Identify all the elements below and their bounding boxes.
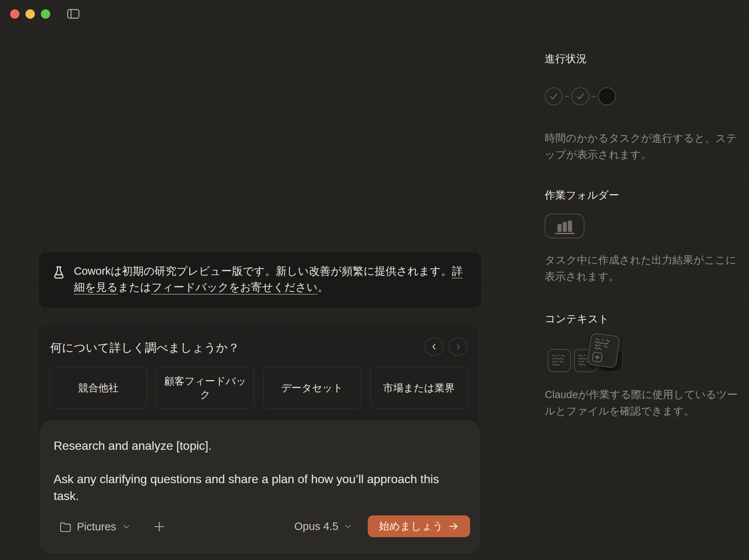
prompt-question-title: 何について詳しく調べましょうか？ bbox=[50, 340, 240, 356]
context-description: Claudeが作業する際に使用しているツールとファイルを確認できます。 bbox=[545, 386, 742, 419]
progress-title: 進行状況 bbox=[545, 52, 587, 66]
feedback-link[interactable]: フィードバックをお寄せください bbox=[151, 281, 318, 293]
progress-description: 時間のかかるタスクが進行すると、ステップが表示されます。 bbox=[545, 130, 742, 163]
open-working-folder-button[interactable] bbox=[545, 214, 584, 238]
chevron-right-icon bbox=[454, 343, 462, 351]
progress-step bbox=[598, 87, 616, 105]
composer-card: Research and analyze [topic]. Ask any cl… bbox=[40, 421, 479, 553]
suggestion-chips: 競合他社 顧客フィードバック データセット 市場または業界 bbox=[49, 367, 468, 409]
folder-icon bbox=[60, 522, 71, 532]
arrow-right-icon bbox=[448, 521, 459, 532]
prompt-input-line: Ask any clarifying questions and share a… bbox=[54, 471, 467, 505]
progress-steps bbox=[545, 87, 616, 105]
notice-segment: 。 bbox=[318, 281, 328, 293]
working-folder-picker[interactable]: Pictures bbox=[60, 521, 130, 533]
progress-step bbox=[545, 87, 563, 105]
sidebar-toggle-icon[interactable] bbox=[67, 9, 79, 19]
context-title: コンテキスト bbox=[545, 312, 609, 326]
working-folder-title: 作業フォルダー bbox=[545, 188, 619, 202]
chip-competitors[interactable]: 競合他社 bbox=[49, 367, 147, 409]
window-controls bbox=[10, 9, 50, 19]
research-preview-notice: Coworkは初期の研究プレビュー版です。新しい改善が頻繁に提供されます。詳細を… bbox=[39, 252, 481, 308]
progress-step bbox=[571, 87, 589, 105]
notice-text: Coworkは初期の研究プレビュー版です。新しい改善が頻繁に提供されます。詳細を… bbox=[74, 263, 473, 295]
step-connector bbox=[591, 96, 596, 97]
start-button-label: 始めましょう bbox=[379, 519, 443, 533]
notice-segment: Coworkは初期の研究プレビュー版です。新しい改善が頻繁に提供されます。 bbox=[74, 265, 452, 277]
step-connector bbox=[565, 96, 569, 97]
document-icon bbox=[548, 349, 571, 372]
bar-chart-icon bbox=[553, 218, 576, 234]
carousel-prev-button[interactable] bbox=[425, 337, 443, 356]
add-attachment-button[interactable] bbox=[151, 519, 167, 535]
carousel-next-button[interactable] bbox=[449, 337, 467, 356]
start-button[interactable]: 始めましょう bbox=[368, 515, 470, 537]
prompt-input-line: Research and analyze [topic]. bbox=[54, 437, 467, 454]
chevron-down-icon bbox=[122, 523, 130, 531]
prompt-input[interactable]: Research and analyze [topic]. Ask any cl… bbox=[54, 437, 467, 521]
chevron-left-icon bbox=[430, 343, 438, 351]
notice-segment: または bbox=[118, 281, 151, 293]
context-card: コンテキスト bbox=[536, 302, 749, 556]
context-files-illustration bbox=[545, 334, 642, 382]
suggestions-carousel bbox=[425, 337, 467, 356]
plus-icon bbox=[592, 352, 603, 362]
working-folder-description: タスク中に作成された出力結果がここに表示されます。 bbox=[545, 252, 742, 285]
working-folder-label: Pictures bbox=[77, 521, 116, 533]
prompt-suggestions-card: 何について詳しく調べましょうか？ 競合他社 顧客フィードバック データセット 市… bbox=[37, 323, 479, 437]
minimize-icon[interactable] bbox=[25, 9, 35, 19]
flask-icon bbox=[52, 266, 66, 281]
add-document-icon bbox=[587, 332, 620, 368]
check-icon bbox=[575, 91, 586, 102]
chip-customer-feedback[interactable]: 顧客フィードバック bbox=[156, 367, 254, 409]
chevron-down-icon bbox=[344, 522, 352, 530]
chip-dataset[interactable]: データセット bbox=[263, 367, 361, 409]
model-picker[interactable]: Opus 4.5 bbox=[294, 520, 352, 533]
check-icon bbox=[548, 91, 559, 102]
zoom-icon[interactable] bbox=[41, 9, 50, 19]
working-folder-card: 作業フォルダー タスク中に作成された出力結果がここに表示されます。 bbox=[536, 178, 749, 290]
model-label: Opus 4.5 bbox=[294, 520, 339, 533]
progress-card: 進行状況 時間のかかるタスクが進行すると、ステップが表示されます。 bbox=[536, 42, 749, 169]
chip-market-industry[interactable]: 市場または業界 bbox=[370, 367, 468, 409]
plus-icon bbox=[153, 520, 166, 533]
close-icon[interactable] bbox=[10, 9, 19, 19]
